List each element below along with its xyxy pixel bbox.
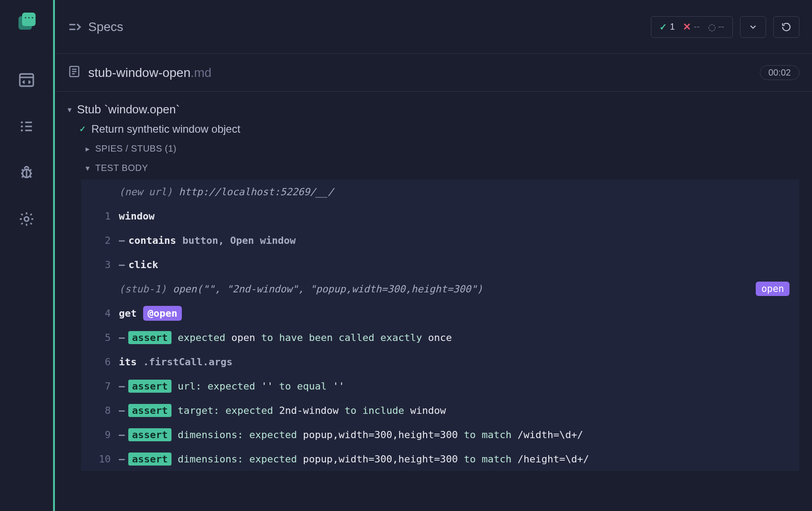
chevron-down-icon xyxy=(748,22,758,32)
command-row[interactable]: 6its.firstCall.args xyxy=(81,350,799,374)
assert-badge: assert xyxy=(128,453,171,466)
suite-title-row[interactable]: ▾ Stub `window.open` xyxy=(68,100,799,119)
sidebar: ••• xyxy=(0,0,53,511)
options-dropdown[interactable] xyxy=(740,16,766,38)
list-icon xyxy=(18,118,35,134)
svg-line-14 xyxy=(22,176,23,178)
alias-tag: open xyxy=(756,282,789,296)
suite-title: Stub `window.open` xyxy=(77,103,180,117)
command-number: 1 xyxy=(81,211,111,222)
testbody-section[interactable]: ▾ TEST BODY xyxy=(68,157,799,177)
command-row[interactable]: 3–click xyxy=(81,252,799,277)
check-icon: ✓ xyxy=(79,124,86,134)
command-number: 9 xyxy=(81,429,111,440)
main-panel: Specs ✓1 ✕-- ◌-- stub-window-open.md 00: xyxy=(53,0,812,511)
command-args: button, Open window xyxy=(182,235,296,246)
svg-point-16 xyxy=(24,217,29,221)
x-icon: ✕ xyxy=(683,21,691,33)
assert-message: target: expected 2nd-window to include w… xyxy=(178,405,446,416)
child-dash-icon: – xyxy=(119,259,125,270)
stat-pending: ◌-- xyxy=(708,22,724,32)
command-number: 6 xyxy=(81,356,111,368)
assert-badge: assert xyxy=(128,428,171,441)
topbar: Specs ✓1 ✕-- ◌-- xyxy=(55,0,812,54)
sidebar-item-specs[interactable] xyxy=(18,72,35,90)
suite-container: ▾ Stub `window.open` ✓ Return synthetic … xyxy=(55,92,812,471)
command-row[interactable]: (new url)http://localhost:52269/__/ xyxy=(81,179,799,204)
assert-message: url: expected '' to equal '' xyxy=(178,381,345,392)
command-number: 10 xyxy=(81,453,111,465)
assert-badge: assert xyxy=(128,331,171,344)
command-row[interactable]: 10–assertdimensions: expected popup,widt… xyxy=(81,447,799,471)
command-number: 8 xyxy=(81,405,111,416)
command-number: 3 xyxy=(81,259,111,270)
event-args: open("", "2nd-window", "popup,width=300,… xyxy=(173,283,483,295)
child-dash-icon: – xyxy=(119,332,125,343)
command-name: window xyxy=(119,211,154,222)
event-label: (stub-1) xyxy=(119,283,167,295)
file-header[interactable]: stub-window-open.md 00:02 xyxy=(55,54,812,92)
chevron-right-icon: ▸ xyxy=(86,144,90,154)
reload-button[interactable] xyxy=(773,16,799,38)
command-log: (new url)http://localhost:52269/__/1wind… xyxy=(81,179,799,471)
child-dash-icon: – xyxy=(119,429,125,440)
command-args: .firstCall.args xyxy=(143,356,233,368)
command-name: contains xyxy=(128,235,176,246)
child-dash-icon: – xyxy=(119,381,125,392)
command-number: 7 xyxy=(81,381,111,392)
alias-badge: @open xyxy=(143,306,182,321)
child-dash-icon: – xyxy=(119,405,125,416)
svg-rect-0 xyxy=(20,74,33,86)
stat-failed: ✕-- xyxy=(683,21,699,33)
sidebar-item-runs[interactable] xyxy=(18,118,35,137)
sidebar-item-settings[interactable] xyxy=(18,211,35,229)
specs-toggle[interactable]: Specs xyxy=(68,20,123,34)
child-dash-icon: – xyxy=(119,453,125,465)
svg-line-13 xyxy=(30,170,31,171)
assert-badge: assert xyxy=(128,380,171,393)
expand-icon xyxy=(68,20,82,34)
pending-icon: ◌ xyxy=(708,22,716,32)
command-row[interactable]: 2–containsbutton, Open window xyxy=(81,228,799,252)
svg-line-15 xyxy=(30,176,31,178)
svg-line-12 xyxy=(22,170,23,171)
file-icon xyxy=(68,65,81,81)
command-name: get xyxy=(119,308,137,319)
sidebar-item-debug[interactable] xyxy=(18,165,35,183)
command-number: 5 xyxy=(81,332,111,343)
chevron-down-icon: ▾ xyxy=(86,163,90,173)
event-label: (new url) xyxy=(119,186,172,197)
check-icon: ✓ xyxy=(659,22,667,32)
command-row[interactable]: 5–assertexpected open to have been calle… xyxy=(81,325,799,350)
cypress-logo[interactable]: ••• xyxy=(18,13,35,29)
command-number: 2 xyxy=(81,235,111,246)
test-title: Return synthetic window object xyxy=(91,123,240,135)
chevron-down-icon: ▾ xyxy=(68,105,72,115)
reload-icon xyxy=(781,22,791,32)
browser-code-icon xyxy=(18,72,35,88)
command-row[interactable]: 1window xyxy=(81,204,799,228)
command-name: its xyxy=(119,356,137,368)
event-args: http://localhost:52269/__/ xyxy=(179,186,334,197)
test-title-row[interactable]: ✓ Return synthetic window object xyxy=(68,119,799,138)
assert-message: expected open to have been called exactl… xyxy=(178,332,452,343)
gear-icon xyxy=(18,211,35,227)
command-row[interactable]: 8–asserttarget: expected 2nd-window to i… xyxy=(81,398,799,422)
stat-passed: ✓1 xyxy=(659,22,675,32)
assert-message: dimensions: expected popup,width=300,hei… xyxy=(178,429,583,440)
spies-section[interactable]: ▸ SPIES / STUBS (1) xyxy=(68,138,799,157)
command-row[interactable]: 7–asserturl: expected '' to equal '' xyxy=(81,374,799,398)
command-number: 4 xyxy=(81,308,111,319)
duration-badge: 00:02 xyxy=(760,65,799,80)
command-row[interactable]: 4get@open xyxy=(81,301,799,325)
test-stats: ✓1 ✕-- ◌-- xyxy=(651,16,733,38)
command-row[interactable]: (stub-1)open("", "2nd-window", "popup,wi… xyxy=(81,277,799,301)
child-dash-icon: – xyxy=(119,235,125,246)
assert-message: dimensions: expected popup,width=300,hei… xyxy=(178,453,589,465)
command-row[interactable]: 9–assertdimensions: expected popup,width… xyxy=(81,422,799,447)
bug-icon xyxy=(18,165,35,181)
command-name: click xyxy=(128,259,158,270)
file-name: stub-window-open.md xyxy=(88,66,212,80)
assert-badge: assert xyxy=(128,404,171,417)
specs-label: Specs xyxy=(88,20,123,34)
